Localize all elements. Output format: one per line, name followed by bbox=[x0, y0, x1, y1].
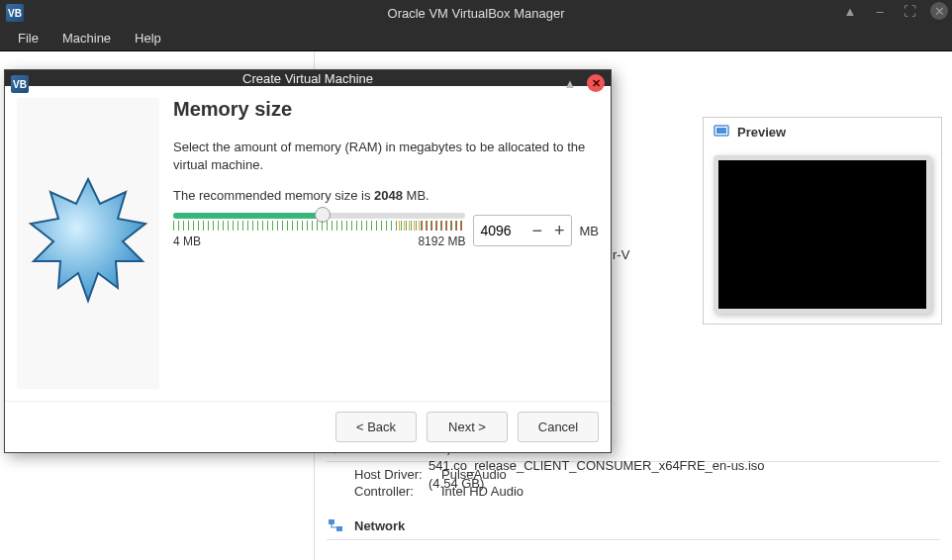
minimize-icon[interactable]: – bbox=[871, 2, 889, 20]
cancel-button[interactable]: Cancel bbox=[518, 412, 599, 442]
spin-down-icon[interactable]: − bbox=[531, 222, 542, 239]
wizard-image bbox=[17, 98, 159, 389]
virtualbox-app-icon: VB bbox=[6, 4, 24, 22]
slider-ticks bbox=[173, 221, 465, 231]
next-button[interactable]: Next > bbox=[427, 412, 508, 442]
wizard-description: Select the amount of memory (RAM) in meg… bbox=[173, 139, 599, 174]
memory-slider[interactable]: 4 MB 8192 MB bbox=[173, 213, 465, 248]
menu-machine[interactable]: Machine bbox=[50, 27, 123, 49]
close-icon[interactable]: ✕ bbox=[930, 2, 948, 20]
recommended-text: The recommended memory size is 2048 MB. bbox=[173, 188, 599, 203]
memory-spinbox[interactable]: 4096 − + bbox=[473, 215, 571, 246]
eject-icon[interactable]: ▲ bbox=[841, 2, 859, 20]
dialog-app-icon: VB bbox=[11, 75, 29, 93]
wizard-step-title: Memory size bbox=[173, 98, 599, 121]
back-button[interactable]: < Back bbox=[335, 412, 417, 442]
paravirt-value-fragment: r-V bbox=[613, 247, 629, 262]
preview-label: Preview bbox=[737, 125, 786, 140]
dialog-title: Create Virtual Machine bbox=[242, 71, 373, 86]
menu-help[interactable]: Help bbox=[123, 27, 173, 49]
memory-value[interactable]: 4096 bbox=[480, 223, 520, 238]
memory-unit: MB bbox=[580, 224, 600, 238]
network-section-title: Network bbox=[354, 518, 405, 533]
monitor-icon bbox=[714, 124, 729, 140]
svg-rect-6 bbox=[716, 128, 726, 134]
slider-min-label: 4 MB bbox=[173, 234, 201, 248]
host-driver-label: Host Driver: bbox=[354, 467, 431, 482]
preview-header: Preview bbox=[704, 118, 941, 145]
preview-panel: Preview bbox=[703, 117, 942, 325]
main-titlebar: VB Oracle VM VirtualBox Manager ▲ – ⛶ ✕ bbox=[0, 0, 952, 26]
dialog-footer: < Back Next > Cancel bbox=[5, 401, 611, 452]
starburst-icon bbox=[19, 174, 157, 313]
menubar: File Machine Help bbox=[0, 26, 952, 51]
main-window-title: Oracle VM VirtualBox Manager bbox=[388, 6, 565, 21]
network-section-header[interactable]: Network bbox=[327, 512, 940, 540]
dialog-close-icon[interactable]: ✕ bbox=[587, 74, 605, 92]
create-vm-dialog: VB Create Virtual Machine ▲ ✕ Memory siz… bbox=[4, 69, 612, 453]
maximize-icon[interactable]: ⛶ bbox=[901, 2, 918, 20]
network-icon bbox=[327, 516, 344, 534]
network-section: Network bbox=[327, 512, 940, 540]
memory-slider-row: 4 MB 8192 MB 4096 − + MB bbox=[173, 213, 599, 248]
controller-label: Controller: bbox=[354, 484, 431, 499]
dialog-titlebar[interactable]: VB Create Virtual Machine ▲ ✕ bbox=[5, 70, 611, 86]
menu-file[interactable]: File bbox=[6, 27, 50, 49]
preview-screen bbox=[714, 155, 931, 314]
svg-rect-3 bbox=[329, 519, 334, 524]
slider-max-label: 8192 MB bbox=[418, 234, 465, 248]
svg-marker-7 bbox=[31, 179, 145, 301]
main-window-controls: ▲ – ⛶ ✕ bbox=[841, 2, 948, 20]
dialog-rollup-icon[interactable]: ▲ bbox=[561, 74, 579, 92]
spin-up-icon[interactable]: + bbox=[554, 222, 565, 239]
